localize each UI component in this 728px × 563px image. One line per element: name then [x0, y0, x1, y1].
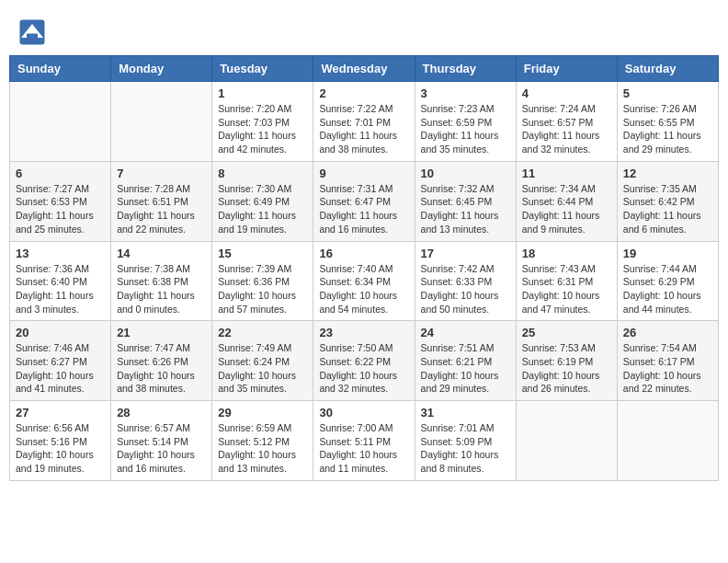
day-number: 28 [117, 406, 206, 419]
day-info: Sunrise: 7:50 AM Sunset: 6:22 PM Dayligh… [319, 341, 408, 396]
day-info: Sunrise: 7:24 AM Sunset: 6:57 PM Dayligh… [522, 102, 611, 156]
day-info: Sunrise: 7:38 AM Sunset: 6:38 PM Dayligh… [117, 262, 206, 316]
day-header-tuesday: Tuesday [212, 56, 313, 82]
day-number: 29 [218, 406, 307, 419]
calendar-cell: 10Sunrise: 7:32 AM Sunset: 6:45 PM Dayli… [415, 161, 516, 241]
day-number: 14 [117, 247, 206, 260]
day-info: Sunrise: 7:54 AM Sunset: 6:17 PM Dayligh… [623, 341, 712, 396]
day-number: 24 [421, 326, 510, 339]
calendar-cell: 14Sunrise: 7:38 AM Sunset: 6:38 PM Dayli… [111, 241, 212, 321]
day-info: Sunrise: 7:30 AM Sunset: 6:49 PM Dayligh… [218, 182, 307, 236]
day-info: Sunrise: 6:57 AM Sunset: 5:14 PM Dayligh… [117, 421, 206, 476]
calendar-cell: 26Sunrise: 7:54 AM Sunset: 6:17 PM Dayli… [617, 321, 718, 401]
day-number: 3 [421, 86, 510, 100]
calendar-cell: 16Sunrise: 7:40 AM Sunset: 6:34 PM Dayli… [313, 241, 415, 321]
day-info: Sunrise: 7:27 AM Sunset: 6:53 PM Dayligh… [16, 182, 105, 236]
day-info: Sunrise: 7:47 AM Sunset: 6:26 PM Dayligh… [117, 341, 206, 396]
day-number: 9 [319, 167, 408, 180]
calendar-cell: 19Sunrise: 7:44 AM Sunset: 6:29 PM Dayli… [617, 241, 718, 321]
calendar-cell: 6Sunrise: 7:27 AM Sunset: 6:53 PM Daylig… [10, 161, 111, 241]
calendar-cell: 11Sunrise: 7:34 AM Sunset: 6:44 PM Dayli… [516, 161, 617, 241]
calendar-cell: 9Sunrise: 7:31 AM Sunset: 6:47 PM Daylig… [313, 161, 415, 241]
day-number: 1 [218, 86, 307, 100]
calendar-cell [10, 82, 111, 162]
day-info: Sunrise: 7:36 AM Sunset: 6:40 PM Dayligh… [16, 262, 105, 316]
calendar-cell: 23Sunrise: 7:50 AM Sunset: 6:22 PM Dayli… [313, 321, 415, 401]
day-info: Sunrise: 7:31 AM Sunset: 6:47 PM Dayligh… [319, 182, 408, 236]
calendar-cell: 28Sunrise: 6:57 AM Sunset: 5:14 PM Dayli… [111, 401, 212, 481]
day-info: Sunrise: 7:26 AM Sunset: 6:55 PM Dayligh… [623, 102, 712, 156]
day-info: Sunrise: 7:49 AM Sunset: 6:24 PM Dayligh… [218, 341, 307, 396]
day-number: 25 [522, 326, 611, 339]
calendar-cell: 4Sunrise: 7:24 AM Sunset: 6:57 PM Daylig… [516, 82, 617, 162]
calendar-cell [111, 82, 212, 162]
day-info: Sunrise: 7:34 AM Sunset: 6:44 PM Dayligh… [522, 182, 611, 236]
calendar-cell: 1Sunrise: 7:20 AM Sunset: 7:03 PM Daylig… [212, 82, 313, 162]
day-header-wednesday: Wednesday [313, 56, 415, 82]
calendar-cell: 8Sunrise: 7:30 AM Sunset: 6:49 PM Daylig… [212, 161, 313, 241]
calendar-cell: 7Sunrise: 7:28 AM Sunset: 6:51 PM Daylig… [111, 161, 212, 241]
day-number: 30 [319, 406, 408, 419]
calendar-cell: 22Sunrise: 7:49 AM Sunset: 6:24 PM Dayli… [212, 321, 313, 401]
calendar-cell: 20Sunrise: 7:46 AM Sunset: 6:27 PM Dayli… [10, 321, 111, 401]
calendar-cell: 15Sunrise: 7:39 AM Sunset: 6:36 PM Dayli… [212, 241, 313, 321]
day-header-sunday: Sunday [10, 56, 111, 82]
logo-icon [18, 18, 46, 46]
day-number: 11 [522, 167, 611, 180]
day-header-friday: Friday [516, 56, 617, 82]
calendar-cell: 31Sunrise: 7:01 AM Sunset: 5:09 PM Dayli… [415, 401, 516, 481]
day-info: Sunrise: 7:00 AM Sunset: 5:11 PM Dayligh… [319, 421, 408, 476]
day-info: Sunrise: 7:35 AM Sunset: 6:42 PM Dayligh… [623, 182, 712, 236]
day-number: 19 [623, 247, 712, 260]
day-number: 5 [623, 86, 712, 100]
day-number: 10 [421, 167, 510, 180]
svg-rect-2 [27, 34, 38, 40]
calendar-week-row: 27Sunrise: 6:56 AM Sunset: 5:16 PM Dayli… [10, 401, 719, 481]
day-info: Sunrise: 7:43 AM Sunset: 6:31 PM Dayligh… [522, 262, 611, 316]
day-number: 2 [319, 86, 408, 100]
calendar-cell: 2Sunrise: 7:22 AM Sunset: 7:01 PM Daylig… [313, 82, 415, 162]
day-number: 27 [16, 406, 105, 419]
page-header [9, 9, 719, 51]
calendar-cell: 5Sunrise: 7:26 AM Sunset: 6:55 PM Daylig… [617, 82, 718, 162]
day-number: 7 [117, 167, 206, 180]
calendar-cell: 21Sunrise: 7:47 AM Sunset: 6:26 PM Dayli… [111, 321, 212, 401]
day-info: Sunrise: 7:23 AM Sunset: 6:59 PM Dayligh… [421, 102, 510, 156]
calendar-header-row: SundayMondayTuesdayWednesdayThursdayFrid… [10, 56, 719, 82]
calendar-cell: 3Sunrise: 7:23 AM Sunset: 6:59 PM Daylig… [415, 82, 516, 162]
day-header-thursday: Thursday [415, 56, 516, 82]
day-info: Sunrise: 7:20 AM Sunset: 7:03 PM Dayligh… [218, 102, 307, 156]
calendar-cell: 18Sunrise: 7:43 AM Sunset: 6:31 PM Dayli… [516, 241, 617, 321]
calendar-week-row: 1Sunrise: 7:20 AM Sunset: 7:03 PM Daylig… [10, 82, 719, 162]
calendar-cell: 27Sunrise: 6:56 AM Sunset: 5:16 PM Dayli… [10, 401, 111, 481]
day-number: 6 [16, 167, 105, 180]
day-number: 23 [319, 326, 408, 339]
day-info: Sunrise: 7:46 AM Sunset: 6:27 PM Dayligh… [16, 341, 105, 396]
calendar-cell: 25Sunrise: 7:53 AM Sunset: 6:19 PM Dayli… [516, 321, 617, 401]
calendar-cell: 12Sunrise: 7:35 AM Sunset: 6:42 PM Dayli… [617, 161, 718, 241]
day-info: Sunrise: 7:22 AM Sunset: 7:01 PM Dayligh… [319, 102, 408, 156]
day-info: Sunrise: 7:53 AM Sunset: 6:19 PM Dayligh… [522, 341, 611, 396]
day-number: 12 [623, 167, 712, 180]
calendar-cell: 29Sunrise: 6:59 AM Sunset: 5:12 PM Dayli… [212, 401, 313, 481]
day-number: 15 [218, 247, 307, 260]
calendar-cell: 24Sunrise: 7:51 AM Sunset: 6:21 PM Dayli… [415, 321, 516, 401]
day-info: Sunrise: 6:56 AM Sunset: 5:16 PM Dayligh… [16, 421, 105, 476]
day-number: 31 [421, 406, 510, 419]
day-info: Sunrise: 7:44 AM Sunset: 6:29 PM Dayligh… [623, 262, 712, 316]
day-info: Sunrise: 7:32 AM Sunset: 6:45 PM Dayligh… [421, 182, 510, 236]
day-info: Sunrise: 7:39 AM Sunset: 6:36 PM Dayligh… [218, 262, 307, 316]
day-info: Sunrise: 7:42 AM Sunset: 6:33 PM Dayligh… [421, 262, 510, 316]
day-number: 20 [16, 326, 105, 339]
day-number: 26 [623, 326, 712, 339]
calendar-cell: 30Sunrise: 7:00 AM Sunset: 5:11 PM Dayli… [313, 401, 415, 481]
day-number: 4 [522, 86, 611, 100]
day-header-monday: Monday [111, 56, 212, 82]
day-info: Sunrise: 7:51 AM Sunset: 6:21 PM Dayligh… [421, 341, 510, 396]
day-number: 17 [421, 247, 510, 260]
day-info: Sunrise: 7:01 AM Sunset: 5:09 PM Dayligh… [421, 421, 510, 476]
calendar-cell: 13Sunrise: 7:36 AM Sunset: 6:40 PM Dayli… [10, 241, 111, 321]
day-info: Sunrise: 7:40 AM Sunset: 6:34 PM Dayligh… [319, 262, 408, 316]
calendar-week-row: 13Sunrise: 7:36 AM Sunset: 6:40 PM Dayli… [10, 241, 719, 321]
calendar-week-row: 6Sunrise: 7:27 AM Sunset: 6:53 PM Daylig… [10, 161, 719, 241]
